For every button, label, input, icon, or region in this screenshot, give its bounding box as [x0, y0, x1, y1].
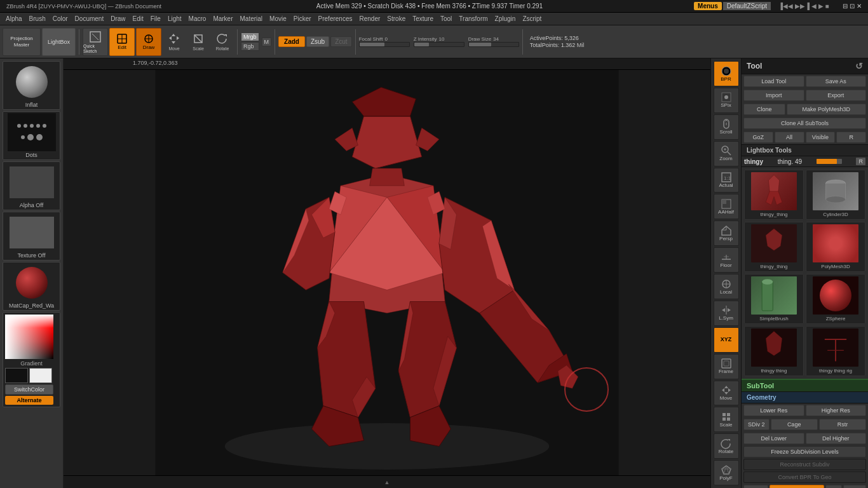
panel-refresh-icon[interactable]: ↺	[855, 61, 863, 71]
suv-button[interactable]: Suv	[825, 485, 842, 488]
visible-button[interactable]: Visible	[806, 132, 836, 143]
alpha-off-thumb[interactable]: Alpha Off	[3, 161, 60, 210]
goz-button[interactable]: GoZ	[743, 132, 773, 143]
floor-button[interactable]: Floor	[714, 247, 739, 273]
character-viewport[interactable]	[64, 70, 710, 475]
black-swatch[interactable]	[5, 368, 28, 383]
r-button[interactable]: R	[836, 132, 866, 143]
menus-button[interactable]: Menus	[694, 2, 722, 10]
import-button[interactable]: Import	[743, 90, 804, 101]
all-button[interactable]: All	[775, 132, 804, 143]
defaultzscript-button[interactable]: DefaultZScript	[723, 2, 771, 10]
lightbox-item-thingy2[interactable]: thingy_thing	[744, 222, 804, 272]
lightbox-item-polymesh3d[interactable]: PolyMesh3D	[806, 222, 865, 272]
move-button[interactable]: Move	[163, 28, 186, 56]
white-swatch[interactable]	[29, 368, 52, 383]
mrgb-toggle[interactable]: Mrgb	[241, 32, 259, 41]
xyz-button[interactable]: XYZ	[714, 327, 739, 353]
clone-button[interactable]: Clone	[743, 104, 785, 115]
freeze-subdiv-button[interactable]: Freeze SubDivision Levels	[743, 446, 866, 458]
quick-sketch-button[interactable]: Quick Sketch	[83, 28, 108, 56]
actual-button[interactable]: 1:1 Actual	[714, 168, 739, 193]
color-gradient[interactable]	[5, 315, 53, 359]
smt-button[interactable]: Smt	[770, 485, 824, 488]
rotate-button[interactable]: Rotate	[211, 28, 234, 56]
frame-button[interactable]: Frame	[714, 354, 739, 379]
bpr-button[interactable]: BPR	[714, 61, 739, 86]
menu-texture[interactable]: Texture	[409, 15, 437, 22]
move-rt-button[interactable]: Move	[714, 381, 739, 406]
scale-rt-button[interactable]: Scale	[714, 407, 739, 432]
zcut-button[interactable]: Zcut	[330, 36, 351, 47]
zoom-button[interactable]: Zoom	[714, 141, 739, 166]
menu-macro[interactable]: Macro	[186, 15, 210, 22]
menu-stroke[interactable]: Stroke	[384, 15, 409, 22]
alternate-button[interactable]: Alternate	[5, 396, 53, 405]
texture-off-thumb[interactable]: Texture Off	[3, 212, 60, 261]
menu-render[interactable]: Render	[356, 15, 383, 22]
spix-button[interactable]: SPix	[714, 88, 739, 113]
cage-button[interactable]: Cage	[771, 419, 818, 430]
load-tool-button[interactable]: Load Tool	[743, 76, 804, 87]
aahalf-button[interactable]: AAHalf	[714, 194, 739, 219]
thingy-r-button[interactable]: R	[856, 158, 865, 165]
persp-button[interactable]: Persp	[714, 220, 739, 246]
menu-movie[interactable]: Movie	[266, 15, 290, 22]
menu-tool[interactable]: Tool	[437, 15, 455, 22]
dots-thumb[interactable]: Dots	[3, 111, 60, 160]
scroll-button[interactable]: Scroll	[714, 114, 739, 140]
menu-marker[interactable]: Marker	[210, 15, 236, 22]
lightbox-item-thingy3[interactable]: thingy thing	[744, 326, 804, 376]
projection-master-button[interactable]: Tool ProjectionMaster	[3, 28, 41, 56]
menu-alpha[interactable]: Alpha	[3, 15, 25, 22]
lightbox-item-cylinder3d[interactable]: Cylinder3D	[806, 170, 865, 220]
menu-document[interactable]: Document	[72, 15, 107, 22]
lsym-button[interactable]: L.Sym	[714, 301, 739, 326]
menu-light[interactable]: Light	[165, 15, 185, 22]
m-toggle[interactable]: M	[262, 37, 272, 46]
z-intensity-slider[interactable]	[414, 42, 465, 47]
menu-brush[interactable]: Brush	[26, 15, 49, 22]
lower-res-button[interactable]: Lower Res	[743, 405, 804, 416]
scale-button[interactable]: Scale	[187, 28, 210, 56]
clone-all-subtools-button[interactable]: Clone All SubTools	[743, 118, 866, 129]
rstr-button[interactable]: Rstr	[819, 419, 866, 430]
lightbox-item-zsphere[interactable]: ZSphere	[806, 274, 865, 324]
menu-edit[interactable]: Edit	[130, 15, 147, 22]
draw-button[interactable]: Draw	[136, 28, 161, 56]
lightbox-item-simplebrush[interactable]: SimpleBrush	[744, 274, 804, 324]
rotate-rt-button[interactable]: Rotate	[714, 433, 739, 459]
reluv-button[interactable]: ReiUV	[843, 485, 866, 488]
local-button[interactable]: Local	[714, 274, 739, 299]
lightbox-item-thingything[interactable]: thingy thing rig	[806, 326, 865, 376]
menu-preferences[interactable]: Preferences	[315, 15, 356, 22]
switch-color-button[interactable]: SwitchColor	[5, 384, 53, 395]
del-higher-button[interactable]: Del Higher	[806, 433, 867, 444]
make-polymesh3d-button[interactable]: Make PolyMesh3D	[787, 104, 866, 115]
alpha-thumb[interactable]: Inflat	[3, 61, 60, 110]
higher-res-button[interactable]: Higher Res	[806, 405, 867, 416]
menu-material[interactable]: Material	[237, 15, 266, 22]
window-controls[interactable]: ⊟ ⊡ ✕	[839, 3, 865, 10]
thingy-slider[interactable]	[817, 159, 842, 164]
menu-zscript[interactable]: Zscript	[519, 15, 545, 22]
lightbox-item-thingy[interactable]: thingy_thing	[744, 170, 804, 220]
canvas-area[interactable]: 1.709,-0.72,0.363	[64, 58, 710, 488]
focal-shift-slider[interactable]	[359, 42, 410, 47]
matcap-thumb[interactable]: MatCap_Red_Wa	[3, 262, 60, 311]
menu-color[interactable]: Color	[50, 15, 71, 22]
edit-button[interactable]: Edit	[109, 28, 135, 56]
zsub-button[interactable]: Zsub	[306, 36, 329, 47]
color-picker[interactable]: Gradient SwitchColor Alternate	[3, 312, 60, 407]
polyf-button[interactable]: PolyF	[714, 460, 739, 485]
del-lower-button[interactable]: Del Lower	[743, 433, 804, 444]
menu-draw[interactable]: Draw	[107, 15, 128, 22]
rgb-toggle[interactable]: Rgb	[241, 42, 259, 51]
save-as-button[interactable]: Save As	[806, 76, 867, 87]
menu-picker[interactable]: Picker	[290, 15, 315, 22]
zadd-button[interactable]: Zadd	[278, 36, 305, 47]
divide-button[interactable]: Divide	[743, 485, 768, 488]
menu-transform[interactable]: Transform	[456, 15, 491, 22]
menu-file[interactable]: File	[147, 15, 164, 22]
draw-size-slider[interactable]	[468, 42, 519, 47]
